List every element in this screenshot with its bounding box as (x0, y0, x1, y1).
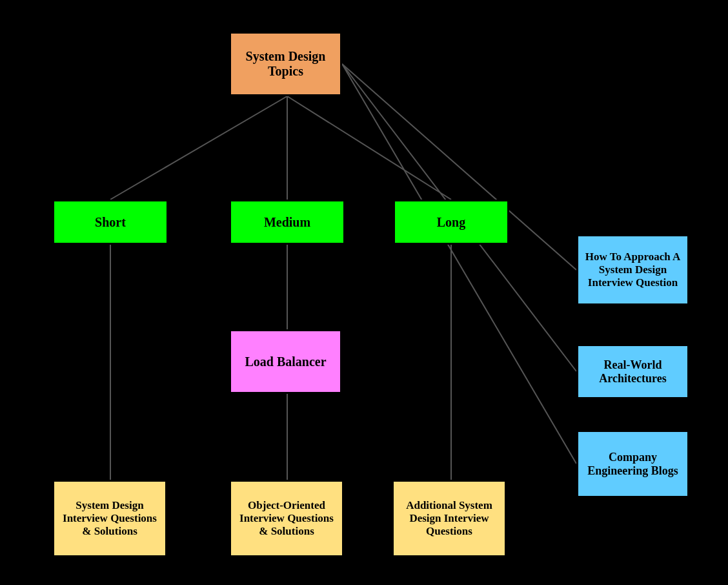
load-balancer-node[interactable]: Load Balancer (229, 329, 342, 394)
sd-interview-questions-node[interactable]: System Design Interview Questions & Solu… (52, 480, 167, 557)
svg-line-9 (342, 64, 576, 464)
system-design-topics-node[interactable]: System Design Topics (229, 32, 342, 96)
long-node[interactable]: Long (393, 200, 509, 245)
short-node[interactable]: Short (52, 200, 168, 245)
how-to-approach-node[interactable]: How To Approach A System Design Intervie… (576, 234, 689, 305)
real-world-architectures-node[interactable]: Real-World Architectures (576, 344, 689, 399)
medium-node[interactable]: Medium (229, 200, 345, 245)
additional-sd-questions-node[interactable]: Additional System Design Interview Quest… (392, 480, 507, 557)
oo-interview-questions-node[interactable]: Object-Oriented Interview Questions & So… (229, 480, 344, 557)
company-engineering-blogs-node[interactable]: Company Engineering Blogs (576, 430, 689, 498)
svg-line-2 (287, 96, 451, 200)
svg-line-0 (110, 96, 287, 200)
